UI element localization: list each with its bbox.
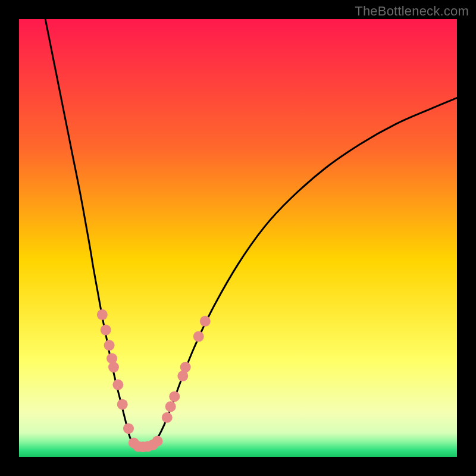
chart-svg	[19, 19, 457, 457]
marker-dot	[112, 380, 123, 390]
marker-dot	[101, 325, 111, 336]
marker-dot	[123, 423, 134, 434]
marker-dot	[162, 412, 173, 423]
gradient-background	[19, 19, 457, 457]
marker-dot	[97, 309, 108, 320]
marker-dot	[200, 316, 211, 327]
marker-dot	[169, 391, 180, 402]
marker-dot	[104, 340, 115, 350]
chart-frame: TheBottleneck.com	[0, 0, 476, 476]
marker-dot	[193, 331, 204, 342]
marker-dot	[117, 399, 128, 410]
marker-dot	[108, 362, 119, 372]
marker-dot	[152, 436, 163, 447]
marker-dot	[180, 362, 191, 372]
plot-area	[19, 19, 457, 457]
marker-dot	[165, 401, 176, 412]
watermark-label: TheBottleneck.com	[355, 4, 469, 19]
